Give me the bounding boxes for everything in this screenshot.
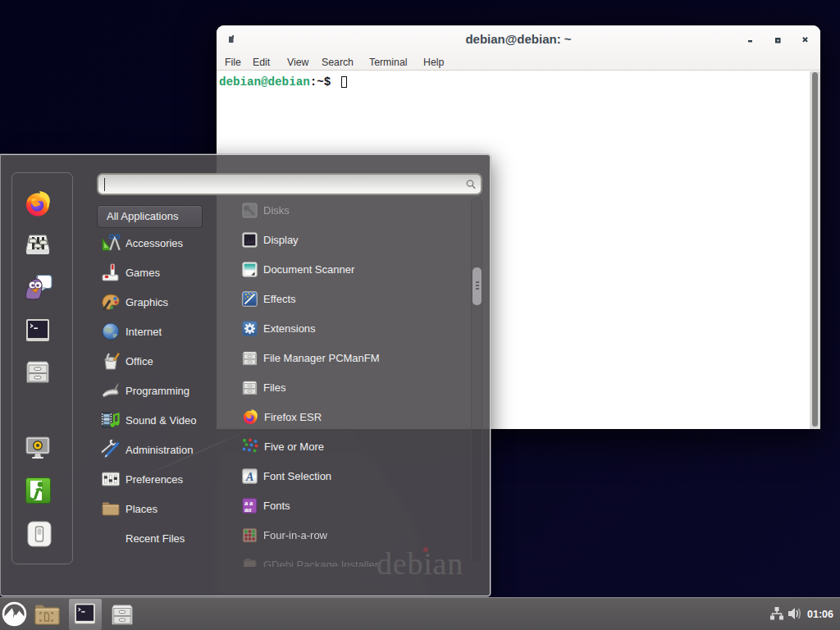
svg-text:aa: aa: [244, 504, 252, 513]
svg-text:A: A: [245, 470, 253, 482]
